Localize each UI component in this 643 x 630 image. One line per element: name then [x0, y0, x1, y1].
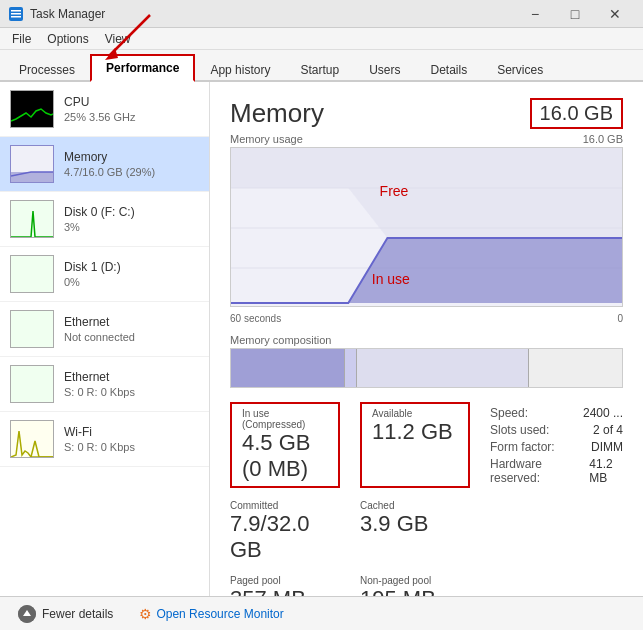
slots-key: Slots used:: [490, 423, 549, 437]
middle-stats-row: Committed 7.9/32.0 GB Cached 3.9 GB: [230, 500, 470, 563]
paged-pool-label: Paged pool: [230, 575, 340, 586]
ethernet2-detail: S: 0 R: 0 Kbps: [64, 386, 199, 398]
svg-rect-2: [11, 13, 21, 15]
slots-value: 2 of 4: [593, 423, 623, 437]
disk1-info: Disk 1 (D:) 0%: [64, 260, 199, 288]
inuse-label: In use: [372, 271, 410, 287]
disk0-mini-graph: [10, 200, 54, 238]
hwreserved-row: Hardware reserved: 41.2 MB: [490, 457, 623, 485]
ethernet2-mini-graph: [10, 365, 54, 403]
composition-bar: [230, 348, 623, 388]
speed-key: Speed:: [490, 406, 528, 420]
wifi-name: Wi-Fi: [64, 425, 199, 439]
cpu-detail: 25% 3.56 GHz: [64, 111, 199, 123]
free-label: Free: [380, 183, 409, 199]
wifi-mini-graph: [10, 420, 54, 458]
disk0-detail: 3%: [64, 221, 199, 233]
nonpaged-pool-stat: Non-paged pool 195 MB: [360, 575, 470, 596]
svg-rect-6: [11, 172, 54, 183]
menu-view[interactable]: View: [97, 30, 139, 48]
tab-startup[interactable]: Startup: [285, 57, 354, 82]
comp-standby: [356, 349, 528, 387]
fewer-details-icon: [18, 605, 36, 623]
available-label-text: Available: [372, 408, 458, 419]
disk0-info: Disk 0 (F: C:) 3%: [64, 205, 199, 233]
comp-inuse: [231, 349, 344, 387]
top-stats-row: In use (Compressed) 4.5 GB (0 MB) Availa…: [230, 402, 470, 488]
sidebar-item-ethernet1[interactable]: Ethernet Not connected: [0, 302, 209, 357]
sidebar-item-cpu[interactable]: CPU 25% 3.56 GHz: [0, 82, 209, 137]
svg-rect-4: [11, 91, 54, 128]
panel-header: Memory 16.0 GB: [230, 98, 623, 129]
sidebar-item-disk1[interactable]: Disk 1 (D:) 0%: [0, 247, 209, 302]
right-panel: Memory 16.0 GB Memory usage 16.0 GB F: [210, 82, 643, 596]
open-resource-monitor-link[interactable]: ⚙ Open Resource Monitor: [139, 606, 283, 622]
open-resource-monitor-label: Open Resource Monitor: [156, 607, 283, 621]
maximize-button[interactable]: □: [555, 0, 595, 28]
memory-detail: 4.7/16.0 GB (29%): [64, 166, 199, 178]
memory-chart-svg: [231, 148, 622, 307]
sidebar-item-memory[interactable]: Memory 4.7/16.0 GB (29%): [0, 137, 209, 192]
resource-monitor-icon: ⚙: [139, 606, 152, 622]
tab-users[interactable]: Users: [354, 57, 415, 82]
fewer-details-button[interactable]: Fewer details: [12, 601, 119, 627]
tab-bar: Processes Performance App history Startu…: [0, 50, 643, 82]
cached-stat: Cached 3.9 GB: [360, 500, 470, 563]
memory-info: Memory 4.7/16.0 GB (29%): [64, 150, 199, 178]
menu-options[interactable]: Options: [39, 30, 96, 48]
available-stat-box: Available 11.2 GB: [360, 402, 470, 488]
composition-label: Memory composition: [230, 334, 623, 346]
sidebar-item-disk0[interactable]: Disk 0 (F: C:) 3%: [0, 192, 209, 247]
speed-row: Speed: 2400 ...: [490, 406, 623, 420]
fewer-details-label: Fewer details: [42, 607, 113, 621]
tab-apphistory[interactable]: App history: [195, 57, 285, 82]
stats-right: Speed: 2400 ... Slots used: 2 of 4 Form …: [490, 402, 623, 596]
comp-free: [528, 349, 622, 387]
comp-modified: [344, 349, 356, 387]
title-bar: Task Manager − □ ✕: [0, 0, 643, 28]
tab-performance[interactable]: Performance: [90, 54, 195, 82]
inuse-stat-box: In use (Compressed) 4.5 GB (0 MB): [230, 402, 340, 488]
memory-name: Memory: [64, 150, 199, 164]
memory-mini-graph: [10, 145, 54, 183]
menu-file[interactable]: File: [4, 30, 39, 48]
svg-rect-10: [11, 366, 54, 403]
memory-chart: Free In use: [230, 147, 623, 307]
hwreserved-key: Hardware reserved:: [490, 457, 569, 485]
tab-services[interactable]: Services: [482, 57, 558, 82]
tab-details[interactable]: Details: [415, 57, 482, 82]
ethernet2-info: Ethernet S: 0 R: 0 Kbps: [64, 370, 199, 398]
committed-value: 7.9/32.0 GB: [230, 511, 340, 563]
title-bar-buttons: − □ ✕: [515, 0, 635, 28]
chart-time-labels: 60 seconds 0: [230, 313, 623, 324]
slots-row: Slots used: 2 of 4: [490, 423, 623, 437]
full-stats: In use (Compressed) 4.5 GB (0 MB) Availa…: [230, 402, 623, 596]
ethernet1-name: Ethernet: [64, 315, 199, 329]
panel-title: Memory: [230, 98, 324, 129]
max-label: 16.0 GB: [583, 133, 623, 145]
stats-left: In use (Compressed) 4.5 GB (0 MB) Availa…: [230, 402, 470, 596]
minimize-button[interactable]: −: [515, 0, 555, 28]
paged-pool-value: 357 MB: [230, 586, 340, 596]
form-value: DIMM: [591, 440, 623, 454]
sidebar-item-wifi[interactable]: Wi-Fi S: 0 R: 0 Kbps: [0, 412, 209, 467]
chart-label-row: Memory usage 16.0 GB: [230, 133, 623, 145]
title-bar-title: Task Manager: [30, 7, 515, 21]
paged-pool-stat: Paged pool 357 MB: [230, 575, 340, 596]
hwreserved-value: 41.2 MB: [589, 457, 623, 485]
close-button[interactable]: ✕: [595, 0, 635, 28]
tab-processes[interactable]: Processes: [4, 57, 90, 82]
disk1-name: Disk 1 (D:): [64, 260, 199, 274]
committed-stat: Committed 7.9/32.0 GB: [230, 500, 340, 563]
usage-label: Memory usage: [230, 133, 303, 145]
main-content: CPU 25% 3.56 GHz Memory 4.7/16.0 GB (29%…: [0, 82, 643, 596]
ethernet1-detail: Not connected: [64, 331, 199, 343]
nonpaged-pool-value: 195 MB: [360, 586, 470, 596]
available-value: 11.2 GB: [372, 419, 458, 445]
committed-label: Committed: [230, 500, 340, 511]
ethernet2-name: Ethernet: [64, 370, 199, 384]
time-start-label: 60 seconds: [230, 313, 281, 324]
svg-rect-8: [11, 256, 54, 293]
time-end-label: 0: [617, 313, 623, 324]
sidebar-item-ethernet2[interactable]: Ethernet S: 0 R: 0 Kbps: [0, 357, 209, 412]
